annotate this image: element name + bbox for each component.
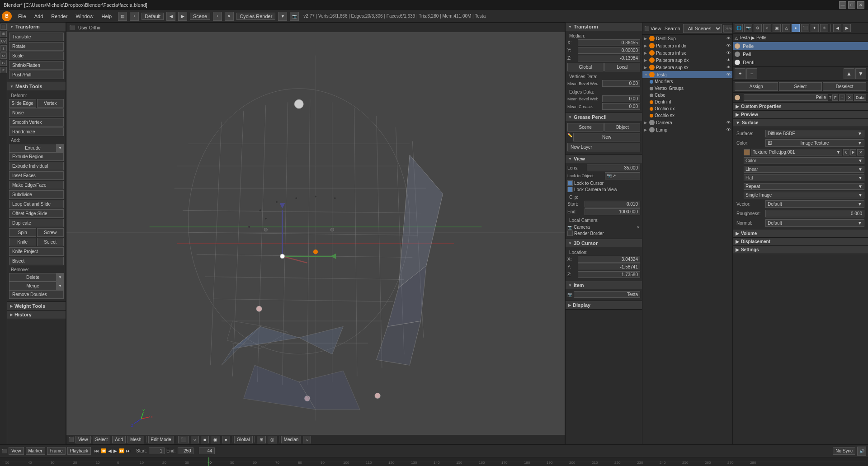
noise-btn[interactable]: Noise — [9, 108, 64, 117]
object-btn[interactable]: ▣ — [773, 24, 781, 32]
display-icon[interactable]: ⬛ — [178, 436, 189, 443]
remove-doubles-btn[interactable]: Remove Doubles — [9, 290, 64, 299]
y-field[interactable] — [578, 47, 640, 54]
tree-item-occhio-sx[interactable]: Occhio sx — [642, 112, 732, 119]
scene-icon[interactable]: + — [213, 12, 222, 21]
frame-current-field[interactable] — [199, 447, 215, 454]
lock-cursor-check[interactable] — [567, 180, 573, 186]
mean-bevel-w-field[interactable] — [602, 80, 640, 87]
mean-crease-field[interactable] — [602, 103, 640, 110]
cursor-z-field[interactable] — [578, 271, 640, 278]
search-menu[interactable]: Search — [665, 26, 680, 31]
scene-settings-btn[interactable]: ⚙ — [754, 24, 762, 32]
smooth-vertex-btn[interactable]: Smooth Vertex — [9, 118, 64, 127]
material-icon[interactable]: ◉ — [211, 436, 220, 443]
lock-obj-expand[interactable]: ↗ — [613, 174, 616, 178]
audio-icon[interactable]: 🔊 — [857, 447, 866, 456]
spin-btn[interactable]: Spin — [9, 228, 36, 237]
frame-end-field[interactable] — [178, 447, 193, 454]
menu-help[interactable]: Help — [98, 13, 116, 20]
eye-icon2[interactable]: 👁 — [726, 43, 731, 48]
extrude-arrow[interactable]: ▼ — [57, 144, 64, 152]
navigate-fwd[interactable]: ▶ — [843, 24, 851, 32]
scene-dropdown[interactable]: All Scenes — [683, 24, 722, 33]
viewport-menu-icon[interactable]: ⬛ — [68, 437, 74, 442]
view-menu[interactable]: View — [651, 26, 661, 31]
inset-faces-btn[interactable]: Inset Faces — [9, 171, 64, 180]
rendered-icon[interactable]: ● — [222, 436, 230, 443]
remove-slot-btn[interactable]: − — [746, 68, 757, 79]
side-icon-3[interactable]: UV — [0, 38, 7, 44]
select-mat-btn[interactable]: Select — [779, 82, 822, 91]
push-btn[interactable]: Push/Pull — [9, 71, 64, 79]
color-dropdown[interactable]: 🖼 Image Texture ▼ — [765, 139, 864, 147]
vertex-btn[interactable]: Vertex — [37, 99, 64, 108]
engine-icon[interactable]: ▼ — [278, 12, 287, 21]
projection-dropdown[interactable]: Flat ▼ — [744, 174, 864, 181]
timeline-frame-btn[interactable]: Frame — [47, 447, 66, 455]
onion-icon[interactable]: ◎ — [268, 436, 277, 443]
single-image-dropdown[interactable]: Single Image ▼ — [744, 192, 864, 198]
gp-new-btn[interactable]: New — [573, 133, 640, 141]
side-icon-2[interactable]: ⊞ — [0, 31, 7, 37]
tree-item-denti-sup[interactable]: ▶ Denti Sup 👁 — [642, 35, 732, 42]
screw-btn[interactable]: Screw — [37, 228, 64, 237]
surface-dropdown[interactable]: Diffuse BSDF ▼ — [765, 130, 864, 137]
scene-tab-btn[interactable]: Scene — [567, 123, 604, 132]
z-field[interactable] — [578, 55, 640, 61]
select-btn[interactable]: Select — [37, 238, 64, 246]
mat-single-user[interactable]: ↑ — [839, 94, 845, 101]
weight-tools-header[interactable]: ▶ Weight Tools — [7, 302, 66, 310]
minimize-button[interactable]: — — [839, 1, 846, 9]
lens-field[interactable] — [587, 165, 640, 171]
side-icon-4[interactable]: S — [0, 45, 7, 52]
randomize-btn[interactable]: Randomize — [9, 127, 64, 136]
lock-camera-check[interactable] — [567, 187, 573, 192]
volume-header[interactable]: ▶ Volume — [733, 230, 868, 238]
displacement-header[interactable]: ▶ Displacement — [733, 238, 868, 246]
play-btn[interactable]: ▶ — [113, 448, 117, 453]
delete-btn[interactable]: Delete — [9, 273, 57, 282]
pivot-dropdown[interactable]: Global — [234, 436, 253, 443]
mode-dropdown[interactable]: Edit Mode — [148, 436, 174, 443]
add-menu-btn[interactable]: Add — [112, 436, 126, 443]
duplicate-btn[interactable]: Duplicate — [9, 219, 64, 227]
loop-cut-btn[interactable]: Loop Cut and Slide — [9, 200, 64, 208]
tree-item-occhio-dx[interactable]: Occhio dx — [642, 105, 732, 112]
bc-material-name[interactable]: Testa — [739, 35, 750, 40]
assign-btn[interactable]: Assign — [735, 82, 778, 91]
normal-dropdown[interactable]: Default ▼ — [765, 219, 864, 227]
subdivide-btn[interactable]: Subdivide — [9, 190, 64, 199]
no-sync-dropdown[interactable]: No Sync — [833, 447, 855, 455]
tree-item-palp-inf-dx[interactable]: ▶ Palpebra inf dx 👁 — [642, 42, 732, 49]
extrude-region-btn[interactable]: Extrude Region — [9, 152, 64, 161]
delete-arrow[interactable]: ▼ — [57, 273, 64, 282]
global-btn[interactable]: Global — [567, 63, 604, 71]
render-prop-btn[interactable]: 📷 — [744, 24, 752, 32]
material-btn active[interactable]: ● — [792, 24, 800, 32]
add-slot-btn[interactable]: + — [735, 68, 745, 79]
view-header[interactable]: ▼ View — [566, 155, 642, 163]
select-menu-btn[interactable]: Select — [93, 436, 111, 443]
preview-header[interactable]: ▶ Preview — [733, 111, 868, 119]
render-border-check[interactable] — [567, 231, 573, 236]
play-reverse[interactable]: ◀ — [108, 448, 112, 453]
cursor-y-field[interactable] — [578, 264, 640, 270]
scale-btn[interactable]: Scale — [9, 52, 64, 60]
menu-render[interactable]: Render — [47, 13, 71, 20]
play-forward[interactable]: ⏩ — [119, 448, 124, 453]
cursor-header[interactable]: ▼ 3D Cursor — [566, 239, 642, 247]
timeline-playback-btn[interactable]: Playback — [67, 447, 91, 455]
settings-header[interactable]: ▶ Settings — [733, 246, 868, 254]
translate-btn[interactable]: Translate — [9, 33, 64, 41]
data-btn[interactable]: Data — [854, 94, 866, 101]
x-field[interactable] — [578, 39, 640, 46]
extrude-individual-btn[interactable]: Extrude Individual — [9, 162, 64, 170]
tex-fake[interactable]: F — [850, 149, 857, 155]
scene-prop-btn[interactable]: 🌐 — [735, 24, 743, 32]
snap-icon[interactable]: ⊞ — [257, 436, 266, 443]
side-icon-5[interactable]: O — [0, 52, 7, 59]
play-end[interactable]: ⏭ — [126, 448, 131, 453]
close-button[interactable]: ✕ — [857, 1, 864, 9]
repeat-dropdown[interactable]: Repeat ▼ — [744, 183, 864, 190]
